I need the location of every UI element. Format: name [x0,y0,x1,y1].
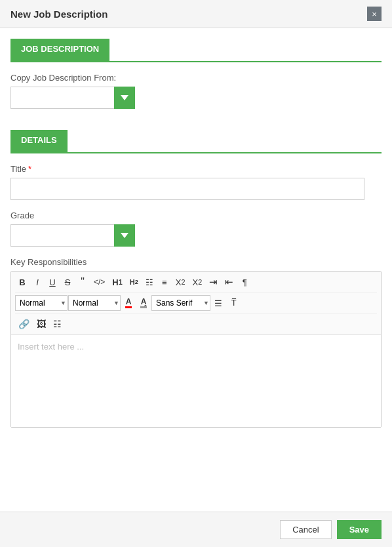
rich-text-editor: B I U S " </> H1 H2 ☷ ≡ X2 X2 ⇥ ⇤ ¶ [10,271,382,428]
heading-select-wrapper[interactable]: Normal Heading 1 Heading 2 Heading 3 ▼ [68,295,121,311]
code-button[interactable]: </> [90,274,108,290]
grade-select[interactable] [10,224,135,247]
bold-button[interactable]: B [15,274,29,290]
h1-button[interactable]: H1 [109,274,125,290]
key-responsibilities-label: Key Responsibilities [10,257,382,267]
details-divider [10,152,382,153]
title-label: Title* [10,164,382,174]
copy-from-select[interactable] [10,87,135,109]
image-button[interactable]: 🖼 [33,316,49,332]
copy-job-description-group: Copy Job Description From: [10,73,382,109]
job-description-tab: JOB DESCRIPTION [10,39,109,61]
modal-footer: Cancel Save [0,512,392,547]
copy-from-select-wrapper[interactable] [10,87,135,109]
font-size-select[interactable]: Normal 8 9 10 11 12 14 18 24 36 [15,295,68,311]
editor-placeholder: Insert text here ... [18,342,84,352]
underline-button[interactable]: U [45,274,60,290]
required-star: * [28,164,31,174]
link-button[interactable]: 🔗 [15,316,33,332]
rtl-button[interactable]: ¶ [237,274,252,290]
grade-select-wrapper[interactable] [10,224,135,247]
toolbar-row-2: Normal 8 9 10 11 12 14 18 24 36 ▼ [15,292,377,311]
strikethrough-button[interactable]: S [60,274,75,290]
highlight-color-button[interactable]: A [136,295,151,311]
title-group: Title* [10,164,382,200]
superscript-button[interactable]: X2 [189,274,206,290]
details-tab: DETAILS [10,130,68,152]
unordered-list-button[interactable]: ≡ [157,274,172,290]
close-button[interactable]: × [367,7,382,21]
subscript-button[interactable]: X2 [172,274,189,290]
outdent-button[interactable]: ⇤ [222,274,237,290]
grade-label: Grade [10,211,382,220]
font-family-select-wrapper[interactable]: Sans Serif Serif Monospace ▼ [151,295,210,311]
editor-content-area[interactable]: Insert text here ... [11,335,381,427]
modal-header: New Job Description × [0,0,392,28]
copy-label: Copy Job Description From: [10,73,382,83]
toolbar-row-1: B I U S " </> H1 H2 ☷ ≡ X2 X2 ⇥ ⇤ ¶ [15,274,377,290]
cancel-button[interactable]: Cancel [280,520,331,539]
key-responsibilities-group: Key Responsibilities B I U S " </> H1 H2… [10,257,382,428]
align-button[interactable]: ☰ [211,295,225,311]
ordered-list-button[interactable]: ☷ [142,274,157,290]
clear-format-button[interactable]: T̅ [226,295,241,311]
title-input[interactable] [10,178,364,200]
font-size-select-wrapper[interactable]: Normal 8 9 10 11 12 14 18 24 36 ▼ [15,295,68,311]
toolbar-row-3: 🔗 🖼 ☷ [15,313,377,332]
modal-body: JOB DESCRIPTION Copy Job Description Fro… [0,28,392,449]
quote-button[interactable]: " [75,274,90,290]
table-button[interactable]: ☷ [50,316,65,332]
heading-select[interactable]: Normal Heading 1 Heading 2 Heading 3 [68,295,121,311]
grade-group: Grade [10,211,382,247]
italic-button[interactable]: I [30,274,45,290]
modal-title: New Job Description [10,9,108,20]
font-family-select[interactable]: Sans Serif Serif Monospace [151,295,210,311]
indent-button[interactable]: ⇥ [206,274,221,290]
h2-button[interactable]: H2 [127,274,142,290]
editor-toolbar: B I U S " </> H1 H2 ☷ ≡ X2 X2 ⇥ ⇤ ¶ [11,272,381,335]
save-button[interactable]: Save [337,520,382,539]
job-description-divider [10,61,382,62]
font-color-button[interactable]: A [121,295,136,311]
